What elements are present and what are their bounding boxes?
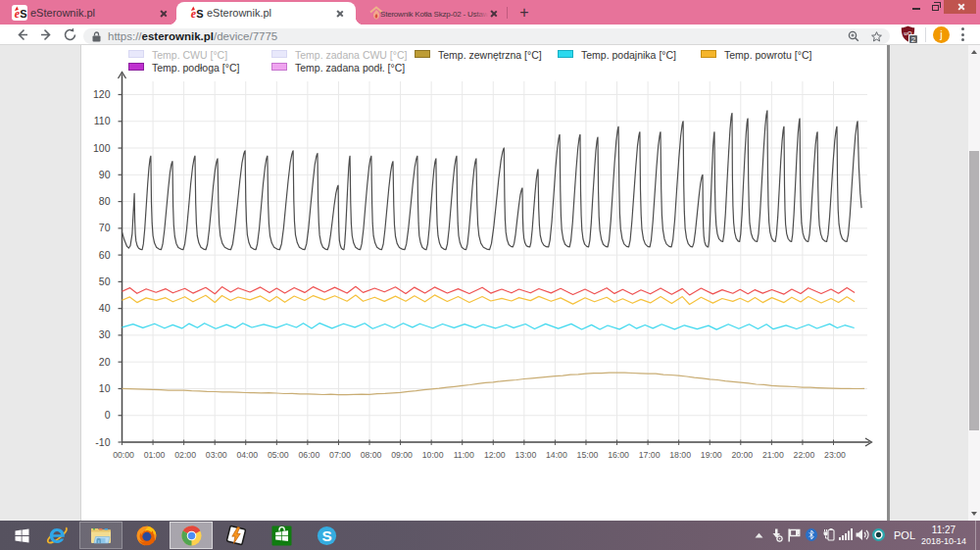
screen: {"browser":{"window_controls":{"minimize… (0, 0, 980, 550)
chrome-button[interactable] (170, 522, 213, 549)
svg-text:14:00: 14:00 (546, 450, 567, 460)
power-plug-tray-icon[interactable] (822, 528, 835, 541)
scrollbar-up-arrow[interactable] (971, 50, 977, 54)
scrollbar-thumb[interactable] (969, 151, 979, 430)
menu-kebab-icon[interactable] (960, 27, 964, 42)
internet-explorer-button[interactable] (34, 522, 77, 549)
signal-bars-tray-icon[interactable] (839, 528, 853, 540)
scrollbar[interactable] (968, 45, 980, 521)
browser-toolbar: https://esterownik.pl/device/7775 uO 2 j (0, 25, 980, 45)
svg-text:110: 110 (94, 115, 111, 126)
svg-text:17:00: 17:00 (639, 450, 661, 460)
padlock-icon (92, 31, 101, 42)
svg-text:11:00: 11:00 (454, 450, 474, 460)
clock-date: 2018-10-14 (917, 536, 970, 548)
winamp-button[interactable] (215, 522, 258, 549)
language-indicator[interactable]: POL (889, 529, 920, 541)
skype-icon: S (316, 525, 338, 547)
clock-time: 11:27 (917, 525, 970, 536)
bookmark-star-icon[interactable] (870, 30, 883, 43)
svg-text:21:00: 21:00 (762, 450, 784, 460)
winamp-icon (224, 524, 248, 547)
svg-text:18:00: 18:00 (669, 450, 691, 460)
volume-tray-icon[interactable] (856, 528, 869, 541)
tab-title: eSterownik.pl (207, 7, 324, 19)
chrome-icon (180, 525, 203, 547)
window-close-button[interactable] (944, 0, 976, 14)
svg-text:50: 50 (99, 275, 111, 287)
svg-text:06:00: 06:00 (299, 450, 320, 460)
svg-text:10:00: 10:00 (422, 450, 444, 460)
chart-card: Temp. CWU [°C]Temp. zadana CWU [°C]Temp.… (80, 45, 890, 522)
svg-text:00:00: 00:00 (113, 450, 134, 460)
forward-button[interactable] (38, 26, 55, 43)
svg-text:20:00: 20:00 (731, 450, 753, 460)
svg-text:120: 120 (93, 88, 111, 100)
download-gear-tray-icon[interactable] (770, 528, 783, 542)
bluetooth-tray-icon[interactable] (806, 528, 817, 541)
svg-text:30: 30 (99, 328, 111, 340)
action-center-flag-icon[interactable] (788, 528, 801, 542)
esterownik-favicon: e S (12, 5, 27, 21)
clock[interactable]: 11:27 2018-10-14 (917, 525, 970, 547)
svg-text:20: 20 (99, 356, 111, 368)
zoom-icon[interactable] (848, 30, 859, 42)
tabstrip-separator (507, 7, 508, 19)
browser-titlebar: e S eSterownik.pl e S eSterownik.pl Ster… (0, 0, 980, 25)
internet-explorer-icon (45, 525, 68, 547)
svg-text:80: 80 (99, 195, 111, 207)
file-explorer-icon (90, 525, 112, 545)
teal-app-tray-icon[interactable] (872, 528, 885, 541)
svg-text:07:00: 07:00 (329, 450, 351, 460)
tab-esterownik-1[interactable]: e S eSterownik.pl (0, 2, 174, 25)
esterownik-favicon: e S (188, 5, 204, 21)
svg-text:10: 10 (99, 382, 111, 394)
tab-close-icon[interactable] (487, 7, 500, 20)
svg-text:-10: -10 (95, 436, 110, 448)
svg-text:05:00: 05:00 (268, 450, 289, 460)
window-restore-button[interactable] (932, 5, 939, 11)
skype-button[interactable]: S (305, 522, 348, 549)
taskbar: S POL 11:27 (0, 521, 980, 550)
svg-text:90: 90 (99, 169, 111, 180)
show-desktop-button[interactable] (975, 521, 976, 550)
tab-close-icon[interactable] (333, 7, 346, 20)
firefox-icon (135, 525, 158, 547)
svg-text:19:00: 19:00 (701, 450, 722, 460)
svg-text:23:00: 23:00 (824, 450, 846, 460)
svg-text:16:00: 16:00 (608, 450, 629, 460)
svg-text:03:00: 03:00 (206, 450, 227, 460)
svg-text:15:00: 15:00 (577, 450, 599, 460)
windows-logo-icon (15, 528, 29, 543)
svg-text:S: S (20, 8, 26, 20)
tab-esterownik-2-active[interactable]: e S eSterownik.pl (176, 2, 356, 25)
windows-store-button[interactable] (260, 522, 303, 549)
url-text: https://esterownik.pl/device/7775 (108, 30, 277, 42)
svg-text:60: 60 (99, 249, 111, 261)
tab-title: eSterownik.pl (30, 7, 138, 19)
svg-text:70: 70 (99, 222, 111, 233)
reload-button[interactable] (62, 26, 78, 43)
svg-text:22:00: 22:00 (794, 450, 815, 460)
temperature-chart: -10010203040506070809010011012000:0001:0… (81, 45, 889, 522)
address-bar[interactable]: https://esterownik.pl/device/7775 (83, 28, 890, 44)
back-button[interactable] (14, 26, 30, 43)
svg-text:04:00: 04:00 (236, 450, 258, 460)
profile-avatar[interactable]: j (933, 26, 950, 43)
toolbar-separator (925, 27, 926, 42)
svg-text:0: 0 (105, 409, 111, 421)
svg-text:40: 40 (99, 302, 111, 314)
tab-sterownik-kotla[interactable]: Sterownik Kotła Skzp-02 - Ustaw (357, 2, 500, 25)
svg-text:01:00: 01:00 (144, 450, 166, 460)
svg-text:09:00: 09:00 (391, 450, 413, 460)
svg-text:S: S (196, 8, 203, 20)
new-tab-button[interactable]: + (516, 5, 532, 21)
window-minimize-button[interactable] (912, 8, 920, 10)
close-icon (956, 2, 964, 11)
extension-badge: 2 (908, 34, 918, 44)
scrollbar-down-arrow[interactable] (971, 512, 977, 516)
hidden-icons-caret[interactable] (755, 532, 763, 538)
file-explorer-button[interactable] (79, 522, 122, 549)
svg-text:S: S (321, 526, 331, 543)
firefox-button[interactable] (124, 522, 168, 549)
